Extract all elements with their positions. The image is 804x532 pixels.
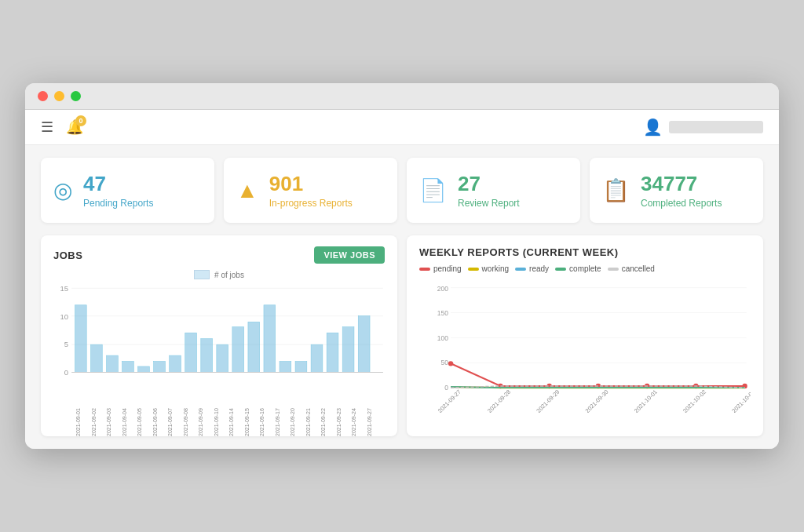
bar-4 (138, 366, 150, 373)
maximize-button[interactable] (71, 91, 81, 101)
svg-text:100: 100 (437, 334, 448, 342)
browser-window: ☰ 🔔 0 👤 ◎ 47 Pending Reports (25, 83, 779, 449)
x-label: 2021-09-04 (122, 405, 137, 439)
pending-dot (419, 268, 430, 271)
user-icon: 👤 (643, 118, 663, 137)
x-label: 2021-09-20 (290, 405, 305, 439)
bar-12 (264, 305, 276, 373)
stat-card-pending: ◎ 47 Pending Reports (41, 158, 214, 223)
review-text: 27 Review Report (458, 172, 520, 209)
notification-badge: 0 (75, 115, 86, 126)
weekly-chart-title: WEEKLY REPORTS (CURRENT WEEK) (419, 246, 619, 258)
svg-text:10: 10 (60, 312, 68, 321)
minimize-button[interactable] (54, 91, 64, 101)
bar-18 (358, 316, 370, 373)
jobs-chart-header: JOBS VIEW JOBS (53, 246, 385, 264)
review-icon: 📄 (419, 177, 447, 203)
pending-label: Pending Reports (83, 198, 153, 209)
svg-text:0: 0 (64, 368, 68, 377)
stat-card-review: 📄 27 Review Report (407, 158, 580, 223)
bar-16 (327, 333, 338, 372)
top-bar-left: ☰ 🔔 0 (41, 118, 83, 136)
weekly-chart-card: WEEKLY REPORTS (CURRENT WEEK) pending wo… (407, 235, 763, 436)
pending-line (451, 363, 745, 386)
inprogress-label: In-progress Reports (269, 198, 353, 209)
view-jobs-button[interactable]: VIEW JOBS (314, 246, 385, 264)
x-label: 2021-09-27 (367, 405, 382, 439)
bar-17 (342, 327, 354, 373)
inprogress-icon: ▲ (236, 178, 258, 203)
completed-label: Completed Reports (641, 198, 722, 209)
pending-text: 47 Pending Reports (83, 172, 153, 209)
bar-7 (185, 333, 197, 372)
svg-text:5: 5 (64, 340, 68, 348)
working-legend-label: working (482, 264, 509, 273)
inprogress-number: 901 (269, 172, 353, 196)
bar-14 (295, 362, 307, 373)
bar-chart-area: 15 10 5 0 (53, 284, 385, 425)
user-name-bar (669, 121, 763, 133)
svg-text:2021-10-01: 2021-10-01 (633, 388, 659, 413)
legend-rect (194, 270, 210, 279)
svg-text:150: 150 (437, 309, 448, 317)
completed-icon: 📋 (602, 177, 630, 203)
bar-1 (90, 344, 102, 372)
x-label: 2021-09-14 (228, 405, 244, 439)
svg-text:200: 200 (437, 285, 448, 293)
top-bar-right: 👤 (643, 118, 763, 137)
ready-legend-label: ready (529, 264, 549, 273)
pending-number: 47 (83, 172, 153, 196)
legend-working: working (468, 264, 509, 273)
bar-0 (75, 305, 86, 373)
svg-text:0: 0 (444, 384, 448, 392)
completed-text: 34777 Completed Reports (641, 172, 722, 209)
ready-dot (515, 268, 526, 271)
hamburger-icon[interactable]: ☰ (41, 118, 53, 136)
stat-cards: ◎ 47 Pending Reports ▲ 901 In-progress R… (41, 158, 763, 223)
bar-chart-svg: 15 10 5 0 (53, 284, 385, 402)
bar-3 (122, 362, 134, 373)
weekly-legend: pending working ready complete (419, 264, 751, 273)
bar-2 (107, 355, 119, 372)
svg-text:2021-10-03: 2021-10-03 (730, 388, 751, 413)
svg-text:2021-09-30: 2021-09-30 (584, 388, 610, 413)
x-label: 2021-09-02 (91, 405, 107, 439)
bar-11 (248, 322, 260, 372)
close-button[interactable] (38, 91, 48, 101)
complete-legend-label: complete (569, 264, 601, 273)
x-label: 2021-09-06 (152, 405, 168, 439)
app-content: ☰ 🔔 0 👤 ◎ 47 Pending Reports (25, 110, 779, 449)
x-label: 2021-09-09 (198, 405, 214, 439)
x-label: 2021-09-15 (244, 405, 260, 439)
svg-text:15: 15 (60, 284, 68, 293)
legend-pending: pending (419, 264, 462, 273)
jobs-chart-title: JOBS (53, 250, 82, 261)
x-labels: 2021-09-01 2021-09-02 2021-09-03 2021-09… (53, 405, 385, 439)
review-number: 27 (458, 172, 520, 196)
svg-text:2021-09-27: 2021-09-27 (437, 388, 462, 413)
x-label: 2021-09-16 (259, 405, 275, 439)
bar-15 (311, 344, 323, 372)
x-label: 2021-09-01 (75, 405, 91, 439)
stat-card-inprogress: ▲ 901 In-progress Reports (224, 158, 397, 223)
legend-cancelled: cancelled (608, 264, 655, 273)
completed-number: 34777 (641, 172, 722, 196)
inprogress-text: 901 In-progress Reports (269, 172, 353, 209)
notification-bell[interactable]: 🔔 0 (66, 118, 83, 136)
svg-text:2021-09-28: 2021-09-28 (486, 388, 512, 413)
x-label: 2021-09-21 (305, 405, 321, 439)
main-area: ◎ 47 Pending Reports ▲ 901 In-progress R… (25, 145, 779, 449)
cancelled-legend-label: cancelled (622, 264, 655, 273)
stat-card-completed: 📋 34777 Completed Reports (590, 158, 763, 223)
weekly-chart-header: WEEKLY REPORTS (CURRENT WEEK) (419, 246, 751, 258)
x-label: 2021-09-03 (106, 405, 122, 439)
legend-complete: complete (555, 264, 601, 273)
pending-point-0 (448, 361, 453, 366)
x-label: 2021-09-23 (336, 405, 352, 439)
charts-row: JOBS VIEW JOBS # of jobs 15 10 5 0 (41, 235, 763, 436)
working-dot (468, 268, 479, 271)
review-label: Review Report (458, 198, 520, 209)
x-label: 2021-09-24 (351, 405, 367, 439)
weekly-chart-svg: 200 150 100 50 0 (419, 279, 751, 413)
jobs-chart-card: JOBS VIEW JOBS # of jobs 15 10 5 0 (41, 235, 397, 436)
